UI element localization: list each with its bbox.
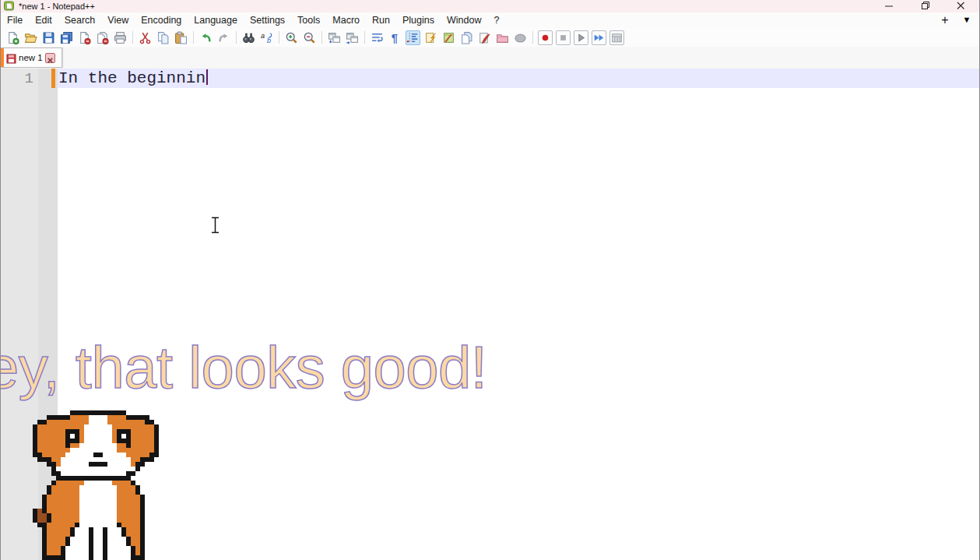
line-text: In the beginnin xyxy=(58,69,205,87)
close-button[interactable] xyxy=(943,0,978,12)
menu-item-view[interactable]: View xyxy=(101,12,135,28)
sync-scroll-vertical-button[interactable] xyxy=(327,30,342,45)
close-file-icon xyxy=(78,31,91,44)
menu-item-settings[interactable]: Settings xyxy=(244,12,291,28)
document-edit-button[interactable] xyxy=(477,30,492,45)
menu-item-file[interactable]: File xyxy=(1,12,29,28)
menu-item-edit[interactable]: Edit xyxy=(29,12,58,28)
menu-item-run[interactable]: Run xyxy=(366,12,396,28)
undo-button[interactable] xyxy=(198,30,213,45)
document-edit-icon xyxy=(478,31,491,44)
tab-new-1[interactable]: new 1 xyxy=(1,48,62,68)
playback-macro-icon xyxy=(574,31,588,44)
zoom-in-button[interactable] xyxy=(284,30,299,45)
svg-text:a: a xyxy=(261,31,265,39)
show-indent-guide-button[interactable] xyxy=(406,30,420,45)
menu-item-help[interactable]: ? xyxy=(487,12,505,28)
function-list-button[interactable] xyxy=(423,30,438,45)
toolbar: ab¶ xyxy=(1,28,979,47)
cut-button[interactable] xyxy=(138,30,153,45)
function-list-icon xyxy=(424,31,437,44)
save-all-icon xyxy=(60,31,73,44)
document-list-button[interactable] xyxy=(459,30,474,45)
word-wrap-button[interactable] xyxy=(370,30,385,45)
sync-scroll-vertical-icon xyxy=(328,31,341,44)
replace-button[interactable]: ab xyxy=(259,30,274,45)
window-title: *new 1 - Notepad++ xyxy=(19,1,95,12)
run-macro-multiple-times-button[interactable] xyxy=(592,30,606,45)
menu-item-macro[interactable]: Macro xyxy=(326,12,366,28)
copy-icon xyxy=(156,31,170,44)
redo-button[interactable] xyxy=(216,30,231,45)
find-button[interactable] xyxy=(241,30,256,45)
menu-item-plugins[interactable]: Plugins xyxy=(396,12,441,28)
close-x-icon xyxy=(46,56,54,65)
tabbar: new 1 xyxy=(1,47,979,69)
print-button[interactable] xyxy=(113,30,128,45)
show-indent-guide-icon xyxy=(406,31,420,44)
overlay-message: ey, that looks good! xyxy=(0,333,486,403)
toolbar-separator xyxy=(364,31,365,44)
menu-item-encoding[interactable]: Encoding xyxy=(135,12,188,28)
menu-item-search[interactable]: Search xyxy=(58,12,102,28)
show-all-characters-button[interactable]: ¶ xyxy=(388,30,402,45)
playback-macro-button[interactable] xyxy=(574,30,588,45)
minimize-icon xyxy=(871,0,907,12)
paste-icon xyxy=(174,31,188,44)
open-file-button[interactable] xyxy=(23,30,38,45)
show-all-characters-icon: ¶ xyxy=(388,31,402,44)
toolbar-separator xyxy=(236,31,237,44)
open-file-icon xyxy=(24,31,37,44)
notepad-plus-plus-window: *new 1 - Notepad++ FileEditSearchViewEnc… xyxy=(0,0,980,560)
maximize-button[interactable] xyxy=(907,0,943,12)
save-all-button[interactable] xyxy=(59,30,74,45)
dog-pixel-art xyxy=(33,410,163,560)
stop-record-macro-button[interactable] xyxy=(556,30,571,45)
document-map-icon xyxy=(442,31,455,44)
tab-list-button[interactable]: ▼ xyxy=(960,12,974,27)
mouse-cursor-i-beam xyxy=(210,217,220,234)
run-macro-multiple-times-icon xyxy=(592,31,606,44)
close-file-button[interactable] xyxy=(77,30,92,45)
menubar: FileEditSearchViewEncodingLanguageSettin… xyxy=(1,12,979,29)
new-file-icon xyxy=(6,31,19,44)
tab-label: new 1 xyxy=(19,53,43,62)
menu-item-window[interactable]: Window xyxy=(441,12,487,28)
start-record-macro-button[interactable] xyxy=(538,30,553,45)
window-border-left xyxy=(0,0,1,560)
text-caret xyxy=(206,69,208,85)
editor-text-line[interactable]: In the beginnin xyxy=(58,69,208,88)
stop-record-macro-icon xyxy=(557,31,570,44)
menu-item-language[interactable]: Language xyxy=(188,12,244,28)
zoom-out-icon xyxy=(303,31,316,44)
zoom-in-icon xyxy=(285,31,298,44)
new-tab-button[interactable]: + xyxy=(938,12,952,27)
document-list-icon xyxy=(460,31,473,44)
folder-as-workspace-button[interactable] xyxy=(495,30,510,45)
document-map-button[interactable] xyxy=(441,30,456,45)
active-tab-accent xyxy=(1,48,4,67)
titlebar: *new 1 - Notepad++ xyxy=(0,0,980,12)
menu-item-tools[interactable]: Tools xyxy=(291,12,326,28)
save-recorded-macro-icon xyxy=(610,31,623,44)
toolbar-separator xyxy=(532,31,533,44)
copy-button[interactable] xyxy=(156,30,170,45)
save-file-button[interactable] xyxy=(41,30,56,45)
sync-scroll-horizontal-button[interactable] xyxy=(345,30,360,45)
maximize-icon xyxy=(907,0,943,12)
line-number: 1 xyxy=(1,70,33,87)
folder-as-workspace-icon xyxy=(496,31,509,44)
monitoring-button[interactable] xyxy=(513,30,528,45)
minimize-button[interactable] xyxy=(871,0,907,12)
paste-button[interactable] xyxy=(174,30,188,45)
toolbar-separator xyxy=(279,31,279,44)
close-all-button[interactable] xyxy=(95,30,110,45)
cut-icon xyxy=(139,31,152,44)
start-record-macro-icon xyxy=(539,31,552,44)
new-file-button[interactable] xyxy=(5,30,20,45)
tab-close-button[interactable] xyxy=(45,53,55,63)
close-all-icon xyxy=(96,31,109,44)
zoom-out-button[interactable] xyxy=(302,30,317,45)
unsaved-floppy-icon xyxy=(6,53,16,63)
save-recorded-macro-button[interactable] xyxy=(609,30,624,45)
